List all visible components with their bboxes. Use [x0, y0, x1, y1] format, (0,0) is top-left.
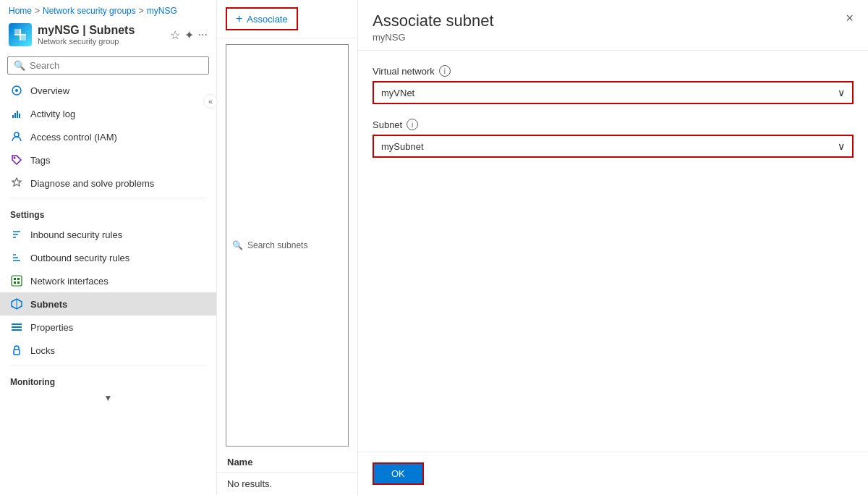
monitoring-section-label: Monitoring: [0, 368, 216, 390]
nav-item-outbound[interactable]: Outbound security rules: [0, 246, 216, 269]
svg-rect-21: [14, 282, 16, 284]
nav-item-subnets[interactable]: Subnets: [0, 292, 216, 316]
panel-footer: OK: [358, 452, 868, 495]
breadcrumb: Home > Network security groups > myNSG: [0, 0, 216, 19]
nav-item-inbound[interactable]: Inbound security rules: [0, 223, 216, 246]
table-name-header: Name: [217, 452, 357, 473]
svg-rect-20: [17, 278, 20, 280]
main-toolbar: + Associate: [217, 0, 357, 38]
resource-subtitle: Network security group: [38, 37, 164, 46]
no-results-text: No results.: [217, 473, 357, 495]
nav-item-network-interfaces[interactable]: Network interfaces: [0, 269, 216, 292]
search-subnets-icon: 🔍: [232, 240, 243, 250]
svg-point-5: [15, 89, 18, 92]
virtual-network-info-icon[interactable]: i: [439, 65, 451, 77]
nav-label-inbound: Inbound security rules: [30, 229, 122, 240]
subnets-content: + Associate 🔍 Search subnets Name No res…: [217, 0, 358, 495]
nav-item-locks[interactable]: Locks: [0, 339, 216, 362]
nav-label-activity: Activity log: [30, 109, 75, 119]
sidebar: Home > Network security groups > myNSG m…: [0, 0, 217, 495]
subnet-select[interactable]: mySubnet ∨: [373, 135, 854, 158]
svg-rect-9: [19, 114, 20, 118]
subnet-chevron-icon: ∨: [838, 140, 845, 152]
breadcrumb-nsg[interactable]: Network security groups: [43, 6, 136, 16]
iam-icon: [10, 130, 23, 143]
svg-rect-27: [12, 329, 22, 331]
svg-rect-28: [14, 350, 20, 355]
svg-rect-18: [12, 276, 22, 286]
virtual-network-value: myVNet: [381, 88, 414, 98]
inbound-icon: [10, 228, 23, 241]
overview-icon: [10, 84, 23, 97]
svg-rect-8: [17, 111, 18, 118]
nav-label-iam: Access control (IAM): [30, 132, 117, 143]
associate-label: Associate: [247, 14, 287, 25]
subnet-info-icon[interactable]: i: [407, 119, 418, 130]
diagnose-icon: [10, 177, 23, 190]
more-icon[interactable]: ···: [198, 28, 208, 41]
search-input[interactable]: [30, 60, 203, 71]
panel-header: Associate subnet myNSG ×: [358, 0, 868, 51]
plus-icon: +: [236, 12, 242, 25]
tags-icon: [10, 153, 23, 166]
resource-icon: [9, 23, 32, 46]
nav-label-properties: Properties: [30, 322, 73, 333]
subnet-group: Subnet i mySubnet ∨: [373, 119, 854, 158]
virtual-network-select[interactable]: myVNet ∨: [373, 81, 854, 104]
activity-icon: [10, 107, 23, 120]
breadcrumb-resource[interactable]: myNSG: [147, 6, 177, 16]
resource-title: myNSG | Subnets: [38, 24, 164, 37]
svg-rect-6: [12, 115, 14, 118]
nav-label-network-interfaces: Network interfaces: [30, 276, 109, 287]
nav-item-activity[interactable]: Activity log: [0, 102, 216, 125]
panel-subtitle: myNSG: [373, 32, 494, 43]
nav-label-outbound: Outbound security rules: [30, 253, 129, 263]
svg-rect-19: [14, 278, 16, 280]
svg-rect-25: [12, 323, 22, 325]
svg-point-10: [14, 132, 19, 137]
nav-item-iam[interactable]: Access control (IAM): [0, 125, 216, 148]
ok-button[interactable]: OK: [373, 462, 424, 485]
svg-rect-1: [20, 29, 21, 41]
nav-label-diagnose: Diagnose and solve problems: [30, 178, 154, 189]
pin-icon[interactable]: ☆: [170, 28, 180, 42]
nav-label-overview: Overview: [30, 85, 69, 96]
panel-body: Virtual network i myVNet ∨ Subnet i mySu…: [358, 51, 868, 452]
scroll-indicator[interactable]: ▼: [0, 390, 216, 406]
subnet-label-text: Subnet: [373, 119, 402, 130]
close-panel-button[interactable]: ×: [846, 12, 854, 25]
subnet-value: mySubnet: [381, 141, 424, 152]
nav-label-locks: Locks: [30, 345, 55, 356]
favorite-icon[interactable]: ✦: [184, 28, 194, 42]
resource-header: myNSG | Subnets Network security group ☆…: [0, 19, 216, 52]
virtual-network-group: Virtual network i myVNet ∨: [373, 65, 854, 104]
subnets-icon: [10, 297, 23, 310]
search-subnets-box[interactable]: 🔍 Search subnets: [226, 44, 349, 447]
panel-title: Associate subnet: [373, 12, 494, 30]
svg-rect-2: [14, 29, 20, 34]
nav-label-tags: Tags: [30, 155, 50, 166]
nav-item-overview[interactable]: Overview: [0, 79, 216, 102]
virtual-network-chevron-icon: ∨: [838, 87, 845, 98]
nav-item-diagnose[interactable]: Diagnose and solve problems: [0, 172, 216, 195]
svg-rect-7: [14, 113, 16, 118]
associate-button[interactable]: + Associate: [226, 7, 298, 30]
nav-item-tags[interactable]: Tags: [0, 148, 216, 172]
associate-subnet-panel: Associate subnet myNSG × Virtual network…: [358, 0, 868, 495]
settings-section-label: Settings: [0, 201, 216, 223]
nav-item-properties[interactable]: Properties: [0, 316, 216, 339]
nav-divider-monitoring: [10, 365, 206, 365]
locks-icon: [10, 344, 23, 357]
collapse-sidebar-button[interactable]: «: [203, 94, 218, 109]
outbound-icon: [10, 251, 23, 264]
breadcrumb-home[interactable]: Home: [9, 6, 32, 16]
search-icon: 🔍: [14, 60, 25, 71]
svg-rect-3: [21, 35, 26, 41]
virtual-network-label: Virtual network i: [373, 65, 854, 77]
virtual-network-label-text: Virtual network: [373, 66, 435, 77]
properties-icon: [10, 321, 23, 334]
svg-rect-22: [17, 282, 20, 284]
svg-rect-26: [12, 326, 22, 328]
network-interfaces-icon: [10, 274, 23, 287]
search-box[interactable]: 🔍: [7, 56, 209, 75]
